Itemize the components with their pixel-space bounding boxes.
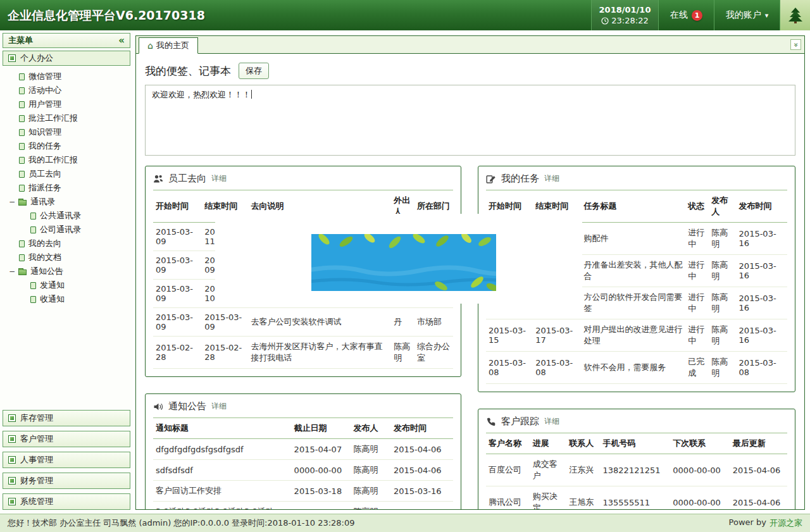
table-cell: 对用户提出的改进意见进行处理 bbox=[581, 319, 685, 352]
theme-tree-button[interactable] bbox=[780, 0, 810, 30]
table-row: 2015-02-282015-02-28去海州开发区拜访客户，大家有事直接打我电… bbox=[153, 337, 453, 369]
tab-strip: ⌂ 我的主页 » bbox=[136, 36, 804, 54]
file-icon bbox=[19, 157, 25, 164]
sidebar-item[interactable]: 我的去向 bbox=[3, 237, 130, 251]
notices-table: 通知标题截止日期发布人发布时间dfgdfgdfgdsfgsdfgsdf2015-… bbox=[153, 418, 453, 509]
sidebar-item[interactable]: 我的工作汇报 bbox=[3, 153, 130, 167]
sidebar-folder[interactable]: −通讯录 bbox=[3, 195, 130, 209]
file-icon bbox=[30, 296, 36, 303]
table-cell: 丹 bbox=[391, 308, 414, 337]
module-icon bbox=[8, 435, 16, 443]
save-button[interactable]: 保存 bbox=[239, 63, 269, 79]
sidebar-item-label: 通讯录 bbox=[30, 196, 55, 207]
sidebar-item[interactable]: 公共通讯录 bbox=[3, 209, 130, 223]
sidebar-module-财务管理[interactable]: 财务管理 bbox=[3, 473, 130, 489]
collapse-sidebar-icon[interactable]: « bbox=[118, 35, 125, 46]
sidebar-module-人事管理[interactable]: 人事管理 bbox=[3, 452, 130, 468]
table-row: 2015-03-082015-03-08软件不会用，需要服务已完成陈高明2015… bbox=[486, 352, 787, 384]
table-cell: 0000-00-00 bbox=[670, 486, 730, 510]
sidebar-item[interactable]: 知识管理 bbox=[3, 125, 130, 139]
sidebar-item[interactable]: 微信管理 bbox=[3, 70, 130, 84]
sidebar-accordion: 库存管理客户管理人事管理财务管理系统管理 bbox=[3, 410, 130, 510]
column-header: 发布时间 bbox=[737, 190, 787, 223]
time-row: 23:28:22 bbox=[601, 15, 648, 26]
module-icon bbox=[8, 477, 16, 485]
table-row: 2015-03-152015-03-17对用户提出的改进意见进行处理进行中陈高明… bbox=[486, 319, 787, 352]
sidebar-item[interactable]: 员工去向 bbox=[3, 167, 130, 181]
sidebar-item[interactable]: 指派任务 bbox=[3, 181, 130, 195]
sidebar-item[interactable]: 用户管理 bbox=[3, 97, 130, 111]
sidebar-item[interactable]: 活动中心 bbox=[3, 84, 130, 97]
table-cell: 2015-03-15 bbox=[486, 319, 533, 352]
detail-link-notices[interactable]: 详细 bbox=[211, 401, 227, 412]
sidebar-item[interactable]: 收通知 bbox=[3, 292, 130, 306]
sidebar-item[interactable]: 批注工作汇报 bbox=[3, 111, 130, 125]
table-cell: 2015-03-16 bbox=[391, 481, 453, 502]
detail-link-customers[interactable]: 详细 bbox=[544, 416, 559, 427]
tab-overflow-button[interactable]: » bbox=[790, 39, 801, 50]
table-cell: 2015-03-16 bbox=[737, 287, 787, 319]
sidebar-item[interactable]: 我的任务 bbox=[3, 139, 130, 153]
table-cell: 陈高明 bbox=[391, 337, 414, 369]
table-row: 2015-03-092015-03-09去客户公司安装软件调试丹市场部 bbox=[153, 308, 453, 337]
table-cell: 2015-03-08 bbox=[737, 352, 787, 384]
speaker-icon bbox=[153, 402, 163, 412]
customers-table: 客户名称进展联系人手机号码下次联系最后更新百度公司成交客户汪东兴13822121… bbox=[486, 433, 787, 509]
sidebar-folder[interactable]: −通知公告 bbox=[3, 264, 130, 278]
kaiyuan-link[interactable]: 开源之家 bbox=[770, 517, 802, 529]
table-row: 3.8活动3.8活动3.8活动3.8活动2015-03-08陈高明2015-03… bbox=[153, 502, 453, 510]
file-icon bbox=[19, 129, 25, 136]
panel-title: 通知公告 bbox=[168, 400, 206, 412]
module-label: 人事管理 bbox=[20, 454, 53, 466]
table-cell: 进行中 bbox=[685, 319, 709, 352]
column-header: 客户名称 bbox=[486, 433, 530, 454]
sidebar-item-label: 批注工作汇报 bbox=[28, 113, 78, 124]
power-label: Power by bbox=[729, 517, 766, 529]
sidebar-module-客户管理[interactable]: 客户管理 bbox=[3, 431, 130, 447]
collapse-toggle-icon[interactable]: − bbox=[9, 197, 15, 206]
sidebar-item[interactable]: 我的文档 bbox=[3, 251, 130, 264]
table-header-row: 通知标题截止日期发布人发布时间 bbox=[153, 418, 453, 439]
online-indicator[interactable]: 在线 1 bbox=[658, 0, 714, 30]
account-menu[interactable]: 我的账户 ▾ bbox=[714, 0, 780, 30]
sidebar-item[interactable]: 发通知 bbox=[3, 278, 130, 292]
tab-home[interactable]: ⌂ 我的主页 bbox=[139, 37, 198, 54]
topbar-right: 2018/01/10 23:28:22 在线 1 我的账户 ▾ bbox=[591, 0, 810, 30]
notepad-textarea[interactable]: 欢迎欢迎，热烈欢迎！！！ bbox=[145, 85, 795, 156]
table-cell: 购配件 bbox=[581, 223, 685, 255]
sidebar-section-personal-office[interactable]: 个人办公 bbox=[3, 51, 130, 66]
chevron-down-icon: » bbox=[792, 42, 800, 47]
table-cell: 王旭东 bbox=[566, 486, 600, 510]
module-label: 系统管理 bbox=[20, 496, 53, 507]
sidebar-item-label: 发通知 bbox=[40, 280, 65, 291]
table-cell: sdfsdfsdf bbox=[153, 460, 292, 481]
panel-customer-tracking: 客户跟踪 详细 客户名称进展联系人手机号码下次联系最后更新百度公司成交客户汪东兴… bbox=[478, 409, 795, 509]
power-by: Power by 开源之家 bbox=[729, 517, 802, 529]
table-cell: 陈高明 bbox=[351, 481, 391, 502]
sidebar: 主菜单 « 个人办公 微信管理活动中心用户管理批注工作汇报知识管理我的任务我的工… bbox=[0, 30, 133, 514]
panel-title: 客户跟踪 bbox=[501, 416, 539, 428]
collapse-toggle-icon[interactable]: − bbox=[9, 267, 15, 276]
status-text: 您好！技术部 办公室主任 司马飘然 (admin) 您的IP:0.0.0.0 登… bbox=[8, 517, 355, 529]
table-cell: 陈高明 bbox=[709, 223, 736, 255]
folder-icon bbox=[18, 269, 27, 275]
sidebar-item-label: 用户管理 bbox=[28, 99, 61, 110]
sidebar-module-系统管理[interactable]: 系统管理 bbox=[3, 493, 130, 510]
tab-label: 我的主页 bbox=[156, 40, 189, 51]
table-cell: 去客户公司安装软件调试 bbox=[249, 308, 392, 337]
table-cell: 购买决定 bbox=[530, 486, 566, 510]
table-cell: 腾讯公司 bbox=[486, 486, 530, 510]
clock-icon bbox=[601, 17, 609, 25]
chevron-down-icon: ▾ bbox=[765, 11, 769, 20]
table-cell: 2015-03-18 bbox=[292, 481, 351, 502]
table-cell: 陈高明 bbox=[709, 255, 736, 287]
sidebar-item-label: 活动中心 bbox=[28, 85, 61, 96]
detail-link-tasks[interactable]: 详细 bbox=[544, 173, 559, 184]
sidebar-module-库存管理[interactable]: 库存管理 bbox=[3, 410, 130, 426]
sidebar-item-label: 我的工作汇报 bbox=[28, 154, 78, 166]
sidebar-item-label: 微信管理 bbox=[28, 71, 61, 82]
column-header: 最后更新 bbox=[730, 433, 787, 454]
detail-link-whereabouts[interactable]: 详细 bbox=[211, 173, 227, 184]
sidebar-item[interactable]: 公司通讯录 bbox=[3, 223, 130, 237]
module-icon bbox=[8, 456, 16, 464]
